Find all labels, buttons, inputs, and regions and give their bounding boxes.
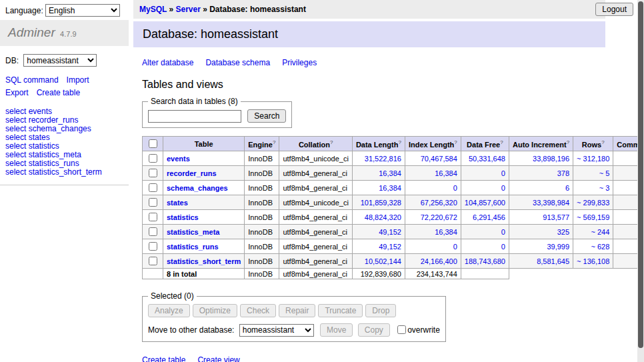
auto-increment-link[interactable]: 6 [565, 184, 569, 192]
sidebar-action-create-table[interactable]: Create table [37, 88, 80, 97]
table-link-statistics-runs[interactable]: statistics_runs [167, 243, 219, 251]
data-free-link[interactable]: 0 [501, 228, 505, 236]
index-length-link[interactable]: 24,166,400 [421, 257, 457, 265]
index-length-link[interactable]: 0 [453, 243, 457, 251]
row-checkbox[interactable] [149, 227, 157, 236]
move-label: Move to other database: [148, 325, 234, 335]
auto-increment-link[interactable]: 8,581,645 [537, 257, 569, 265]
link-create-table[interactable]: Create table [142, 355, 185, 362]
data-length-link[interactable]: 49,152 [379, 243, 401, 251]
row-checkbox[interactable] [149, 183, 157, 192]
search-button[interactable]: Search [247, 109, 286, 123]
table-link-states[interactable]: states [167, 199, 188, 207]
button-optimize[interactable]: Optimize [193, 304, 237, 317]
data-length-link[interactable]: 10,502,144 [365, 257, 401, 265]
help-link[interactable]: ? [601, 139, 604, 145]
index-length-link[interactable]: 16,384 [435, 228, 457, 236]
db-select[interactable]: homeassistant [23, 54, 97, 67]
data-free-link[interactable]: 6,291,456 [473, 213, 505, 221]
data-length-link[interactable]: 49,152 [379, 228, 401, 236]
row-checkbox[interactable] [149, 242, 157, 251]
copy-button[interactable]: Copy [358, 323, 390, 337]
data-free-link[interactable]: 0 [501, 184, 505, 192]
sidebar-action-sql-command[interactable]: SQL command [5, 75, 59, 85]
table-link-statistics-meta[interactable]: statistics_meta [167, 228, 220, 236]
table-row: schema_changesInnoDButf8mb4_general_ci16… [143, 181, 644, 195]
table-link-schema-changes[interactable]: schema_changes [167, 184, 228, 192]
table-link-statistics-short-term[interactable]: statistics_short_term [167, 257, 241, 265]
index-length-cell: 16,384 [405, 225, 461, 239]
breadcrumb-link-server[interactable]: Server [175, 5, 200, 14]
auto-increment-link[interactable]: 378 [557, 169, 569, 177]
help-link[interactable]: ? [454, 139, 457, 145]
index-length-cell: 0 [405, 181, 461, 195]
rows-link[interactable]: ~ 3 [599, 184, 610, 192]
data-length-link[interactable]: 101,859,328 [361, 199, 401, 207]
index-length-link[interactable]: 16,384 [435, 169, 457, 177]
link-select-statistics-short-term[interactable]: select statistics_short_term [5, 168, 129, 177]
index-length-link[interactable]: 67,256,320 [421, 199, 457, 207]
row-checkbox[interactable] [149, 154, 157, 163]
auto-increment-link[interactable]: 39,999 [547, 243, 569, 251]
link-create-view[interactable]: Create view [197, 355, 239, 362]
data-length-link[interactable]: 48,824,320 [365, 213, 401, 221]
rows-link[interactable]: ~ 5 [599, 169, 610, 177]
rows-link[interactable]: ~ 569,159 [577, 213, 609, 221]
link-privileges[interactable]: Privileges [282, 58, 317, 67]
rows-cell: ~ 628 [573, 239, 613, 254]
button-repair[interactable]: Repair [279, 304, 315, 317]
data-length-link[interactable]: 16,384 [379, 169, 401, 177]
search-input[interactable] [148, 110, 241, 123]
button-truncate[interactable]: Truncate [318, 304, 363, 317]
move-db-select[interactable]: homeassistant [239, 324, 314, 337]
rows-link[interactable]: ~ 136,108 [577, 257, 609, 265]
scrollbar-thumb[interactable] [638, 1, 643, 348]
row-checkbox[interactable] [149, 198, 157, 207]
help-link[interactable]: ? [330, 139, 333, 145]
breadcrumb-link-mysql[interactable]: MySQL [139, 5, 167, 14]
help-link[interactable]: ? [567, 139, 569, 145]
check-all-checkbox[interactable] [149, 139, 157, 148]
row-checkbox[interactable] [149, 213, 157, 221]
auto-increment-link[interactable]: 325 [557, 228, 569, 236]
data-free-link[interactable]: 0 [501, 243, 505, 251]
data-free-link[interactable]: 50,331,648 [469, 155, 505, 163]
button-drop[interactable]: Drop [365, 304, 396, 317]
data-free-link[interactable]: 104,857,600 [465, 199, 505, 207]
move-button[interactable]: Move [320, 323, 353, 337]
data-free-link[interactable]: 0 [501, 169, 505, 177]
row-checkbox[interactable] [149, 169, 157, 177]
collation-cell: utf8mb4_general_ci [279, 239, 352, 254]
auto-increment-link[interactable]: 913,577 [543, 213, 569, 221]
logout-button[interactable]: Logout [595, 3, 633, 16]
data-free-link[interactable]: 188,743,680 [465, 257, 505, 265]
table-link-recorder-runs[interactable]: recorder_runs [167, 169, 217, 177]
table-link-events[interactable]: events [167, 155, 190, 163]
index-length-link[interactable]: 0 [453, 184, 457, 192]
sidebar-action-import[interactable]: Import [67, 75, 89, 85]
data-length-link[interactable]: 16,384 [379, 184, 401, 192]
table-link-statistics[interactable]: statistics [167, 213, 199, 221]
button-check[interactable]: Check [240, 304, 276, 317]
rows-link[interactable]: ~ 312,180 [577, 155, 609, 163]
rows-link[interactable]: ~ 299,833 [577, 199, 609, 207]
help-link[interactable]: ? [500, 139, 503, 145]
rows-link[interactable]: ~ 628 [591, 243, 610, 251]
index-length-link[interactable]: 70,467,584 [421, 155, 457, 163]
index-length-link[interactable]: 72,220,672 [421, 213, 457, 221]
data-length-link[interactable]: 31,522,816 [365, 155, 401, 163]
overwrite-option[interactable]: overwrite [397, 325, 440, 335]
rows-link[interactable]: ~ 244 [591, 228, 610, 236]
link-database-schema[interactable]: Database schema [205, 58, 270, 67]
sidebar-action-export[interactable]: Export [5, 88, 29, 97]
auto-increment-link[interactable]: 33,898,196 [533, 155, 569, 163]
scrollbar[interactable] [637, 0, 644, 362]
auto-increment-link[interactable]: 33,398,984 [533, 199, 569, 207]
help-link[interactable]: ? [398, 139, 401, 145]
button-analyze[interactable]: Analyze [148, 304, 190, 317]
language-select[interactable]: English [45, 4, 120, 17]
help-link[interactable]: ? [273, 139, 275, 145]
overwrite-checkbox[interactable] [397, 325, 406, 334]
row-checkbox[interactable] [149, 257, 157, 265]
link-alter-database[interactable]: Alter database [142, 58, 193, 67]
